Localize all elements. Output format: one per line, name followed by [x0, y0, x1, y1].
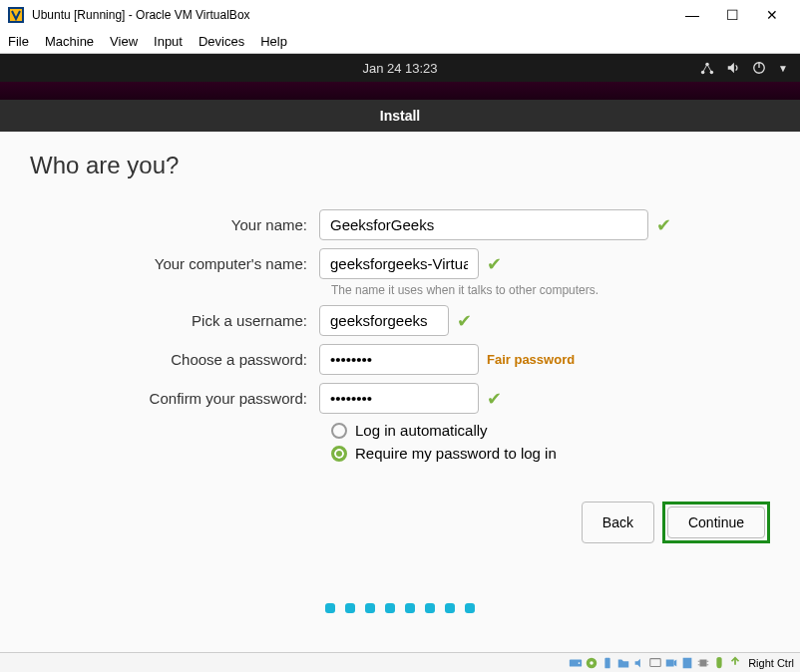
back-button[interactable]: Back: [582, 502, 654, 543]
shared-clipboard-icon[interactable]: [680, 656, 694, 670]
menubar: File Machine View Input Devices Help: [0, 30, 800, 54]
optical-icon[interactable]: [585, 656, 599, 670]
radio-require-password[interactable]: Require my password to log in: [331, 445, 770, 462]
progress-dots: [325, 603, 475, 613]
menu-devices[interactable]: Devices: [199, 34, 244, 49]
label-name: Your name:: [30, 216, 319, 233]
label-username: Pick a username:: [30, 312, 319, 329]
radio-require-password-label: Require my password to log in: [355, 445, 557, 462]
installer-body: Who are you? Your name: ✔ Your computer'…: [0, 132, 800, 658]
radio-auto-login[interactable]: Log in automatically: [331, 422, 770, 439]
dot: [345, 603, 355, 613]
installer-title: Install: [380, 108, 420, 124]
check-icon: ✔: [656, 214, 671, 236]
password-confirm-input[interactable]: [319, 383, 479, 414]
name-input[interactable]: [319, 209, 648, 240]
display-icon[interactable]: [648, 656, 662, 670]
check-icon: ✔: [487, 253, 502, 275]
dot: [425, 603, 435, 613]
installer-titlebar: Install: [0, 100, 800, 132]
dot: [365, 603, 375, 613]
continue-highlight: Continue: [662, 502, 770, 543]
network-icon[interactable]: [700, 61, 714, 75]
dot: [465, 603, 475, 613]
menu-machine[interactable]: Machine: [45, 34, 94, 49]
dot: [405, 603, 415, 613]
desktop-strip: [0, 82, 800, 100]
dot: [325, 603, 335, 613]
close-button[interactable]: ✕: [752, 1, 792, 29]
ubuntu-topbar: Jan 24 13:23 ▼: [0, 54, 800, 82]
keyboard-capture-icon[interactable]: [728, 656, 742, 670]
datetime[interactable]: Jan 24 13:23: [362, 61, 437, 76]
radio-on-icon: [331, 446, 347, 462]
page-heading: Who are you?: [30, 152, 770, 179]
power-icon[interactable]: [752, 61, 766, 75]
usb-icon[interactable]: [600, 656, 614, 670]
menu-file[interactable]: File: [8, 34, 29, 49]
processor-icon[interactable]: [696, 656, 710, 670]
check-icon: ✔: [457, 310, 472, 332]
menu-input[interactable]: Input: [154, 34, 183, 49]
label-password: Choose a password:: [30, 351, 319, 368]
label-computer: Your computer's name:: [30, 255, 319, 272]
svg-point-10: [590, 661, 594, 665]
vm-statusbar: Right Ctrl: [0, 652, 800, 672]
svg-rect-15: [700, 659, 707, 666]
svg-rect-12: [650, 658, 661, 666]
dot: [445, 603, 455, 613]
hdd-icon[interactable]: [569, 656, 583, 670]
menu-help[interactable]: Help: [260, 34, 287, 49]
radio-auto-login-label: Log in automatically: [355, 422, 488, 439]
window-titlebar: Ubuntu [Running] - Oracle VM VirtualBox …: [0, 0, 800, 30]
svg-rect-14: [683, 657, 692, 668]
computer-hint: The name it uses when it talks to other …: [331, 283, 770, 297]
host-key: Right Ctrl: [748, 657, 794, 669]
svg-rect-13: [666, 659, 674, 666]
svg-rect-11: [605, 657, 610, 668]
label-password-confirm: Confirm your password:: [30, 390, 319, 407]
continue-button[interactable]: Continue: [667, 506, 765, 538]
volume-icon[interactable]: [726, 61, 740, 75]
svg-point-4: [705, 63, 709, 67]
svg-point-8: [579, 662, 581, 664]
password-strength: Fair password: [487, 352, 575, 367]
minimize-button[interactable]: —: [672, 1, 712, 29]
dot: [385, 603, 395, 613]
folder-icon[interactable]: [616, 656, 630, 670]
password-input[interactable]: [319, 344, 479, 375]
radio-off-icon: [331, 423, 347, 439]
chevron-down-icon[interactable]: ▼: [778, 63, 788, 74]
computer-name-input[interactable]: [319, 248, 479, 279]
username-input[interactable]: [319, 305, 449, 336]
recording-icon[interactable]: [664, 656, 678, 670]
window-title: Ubuntu [Running] - Oracle VM VirtualBox: [32, 8, 672, 22]
maximize-button[interactable]: ☐: [712, 1, 752, 29]
menu-view[interactable]: View: [110, 34, 138, 49]
mouse-icon[interactable]: [712, 656, 726, 670]
audio-icon[interactable]: [632, 656, 646, 670]
virtualbox-icon: [8, 7, 24, 23]
check-icon: ✔: [487, 388, 502, 410]
